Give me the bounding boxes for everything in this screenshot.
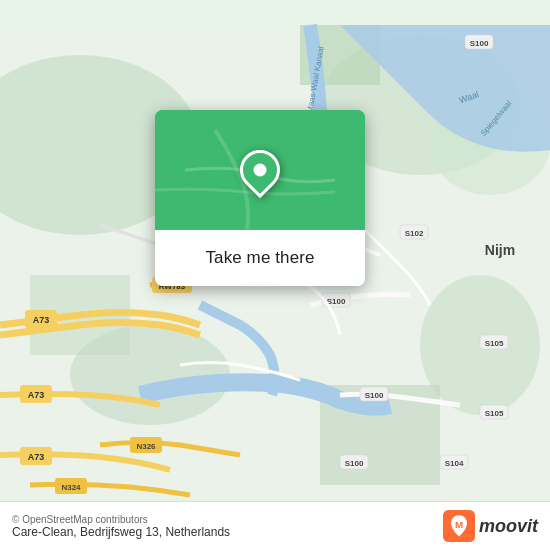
attribution-text: © OpenStreetMap contributors [12,514,230,525]
svg-text:A73: A73 [33,315,50,325]
bottom-bar: © OpenStreetMap contributors Care-Clean,… [0,501,550,550]
svg-text:N324: N324 [61,483,81,492]
svg-text:S100: S100 [365,391,384,400]
svg-text:S100: S100 [345,459,364,468]
svg-text:M: M [455,519,463,530]
moovit-logo: M moovit [443,510,538,542]
popup-map-header [155,110,365,230]
svg-text:N326: N326 [136,442,156,451]
moovit-icon: M [443,510,475,542]
take-me-there-button[interactable]: Take me there [155,230,365,286]
svg-text:S105: S105 [485,339,504,348]
svg-text:S105: S105 [485,409,504,418]
map-container: A73 A73 A73 RW783 N326 N324 S100 S100 S1… [0,0,550,550]
location-label: Care-Clean, Bedrijfsweg 13, Netherlands [12,525,230,539]
svg-text:S100: S100 [470,39,489,48]
svg-text:Nijm: Nijm [485,242,515,258]
moovit-brand-text: moovit [479,516,538,537]
bottom-left-info: © OpenStreetMap contributors Care-Clean,… [12,514,230,539]
svg-text:S102: S102 [405,229,424,238]
popup-card: Take me there [155,110,365,286]
svg-text:A73: A73 [28,452,45,462]
svg-text:A73: A73 [28,390,45,400]
svg-text:S104: S104 [445,459,464,468]
